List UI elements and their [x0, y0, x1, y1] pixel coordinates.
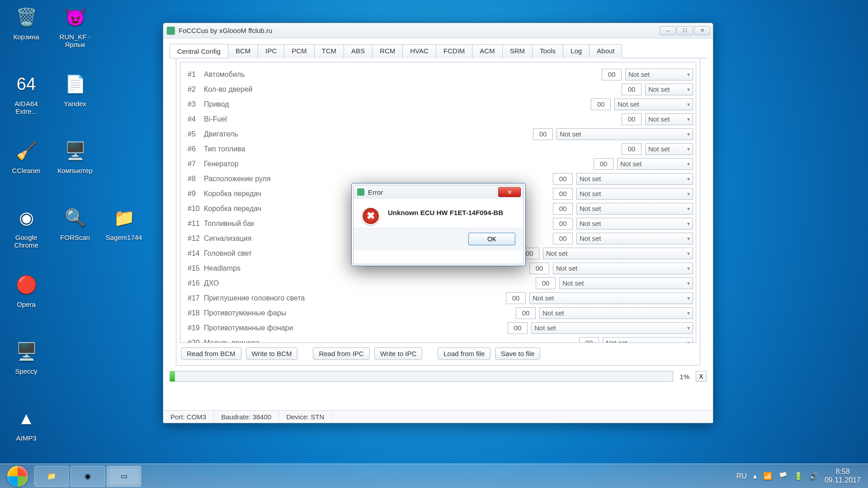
tab-fcdim[interactable]: FCDIM — [436, 44, 473, 58]
desktop-icon-корзина[interactable]: 🗑️Корзина — [4, 3, 49, 41]
row-name: Противотуманные фары — [204, 309, 516, 317]
write-to-ipc-button[interactable]: Write to IPC — [374, 347, 423, 360]
row-code-input[interactable] — [533, 128, 553, 140]
dialog-ok-button[interactable]: OK — [468, 233, 515, 245]
dialog-titlebar[interactable]: Error ✕ — [354, 185, 524, 199]
row-code-input[interactable] — [622, 143, 642, 155]
desktop-icon-ccleaner[interactable]: 🧹CCleaner — [4, 136, 49, 174]
config-row: #17Приглушение головного светаNot set — [183, 291, 693, 305]
desktop-icon-yandex[interactable]: 📄Yandex — [52, 70, 98, 108]
desktop-icon-glyph: 📁 — [109, 203, 138, 232]
config-row: #1АвтомобильNot set — [183, 67, 693, 82]
row-value-select[interactable]: Not set — [625, 69, 693, 80]
row-value-select[interactable]: Not set — [614, 99, 693, 110]
maximize-button[interactable]: ☐ — [677, 26, 693, 35]
progress-cancel-button[interactable]: X — [696, 371, 707, 382]
dialog-app-icon — [357, 188, 364, 196]
row-value-select[interactable]: Not set — [603, 337, 693, 343]
row-value-select[interactable]: Not set — [645, 113, 693, 125]
row-code-input[interactable] — [536, 277, 556, 289]
desktop-icon-glyph: 🖥️ — [12, 337, 41, 366]
tab-srm[interactable]: SRM — [502, 44, 533, 58]
tab-hvac[interactable]: HVAC — [402, 44, 436, 58]
row-value-select[interactable]: Not set — [531, 322, 693, 334]
row-value-select[interactable]: Not set — [559, 277, 693, 289]
close-button[interactable]: ✕ — [694, 26, 710, 35]
desktop-icon-aida64-extre-[interactable]: 64AIDA64 Extre... — [4, 70, 49, 116]
tray-language[interactable]: RU — [736, 472, 747, 480]
row-value-select[interactable]: Not set — [645, 84, 693, 95]
row-name: Привод — [204, 100, 591, 108]
tab-tools[interactable]: Tools — [532, 44, 563, 58]
write-to-bcm-button[interactable]: Write to BCM — [246, 347, 298, 360]
tray-volume-icon[interactable]: 🔊 — [809, 472, 818, 480]
desktop-icon-glyph: 🔍 — [61, 203, 90, 232]
desktop-icon-aimp3[interactable]: ▲AIMP3 — [4, 404, 49, 442]
row-value-select[interactable]: Not set — [645, 143, 693, 155]
row-code-input[interactable] — [591, 99, 611, 110]
row-value-select[interactable]: Not set — [576, 218, 693, 230]
progress-area: 1% X — [170, 371, 707, 382]
row-code-input[interactable] — [506, 292, 526, 304]
taskbar-focccus[interactable]: ▭ — [107, 466, 141, 487]
minimize-button[interactable]: ─ — [660, 26, 676, 35]
row-value-select[interactable]: Not set — [529, 292, 693, 304]
row-code-input[interactable] — [579, 337, 599, 343]
desktop-icon-speccy[interactable]: 🖥️Speccy — [4, 337, 49, 375]
row-value-select[interactable]: Not set — [553, 263, 693, 274]
tray-network-icon[interactable]: 📶 — [763, 472, 772, 480]
dialog-close-button[interactable]: ✕ — [498, 187, 521, 197]
tab-tcm[interactable]: TCM — [314, 44, 344, 58]
tray-show-hidden-icon[interactable]: ▴ — [753, 472, 757, 480]
row-code-input[interactable] — [622, 84, 642, 95]
row-code-input[interactable] — [553, 173, 573, 185]
start-button[interactable] — [3, 466, 33, 487]
tray-battery-icon[interactable]: 🔋 — [794, 472, 803, 480]
taskbar-chrome[interactable]: ◉ — [71, 466, 105, 487]
row-code-input[interactable] — [622, 113, 642, 125]
desktop-icon-sagem1744[interactable]: 📁Sagem1744 — [101, 203, 146, 241]
row-value-select[interactable]: Not set — [576, 188, 693, 200]
titlebar[interactable]: FoCCCus by xGloooM ffclub.ru ─ ☐ ✕ — [163, 23, 713, 38]
tray-action-center-icon[interactable]: 🏳️ — [778, 472, 788, 480]
status-port: Port: COM3 — [163, 411, 214, 423]
row-value-select[interactable]: Not set — [576, 233, 693, 244]
tab-bcm[interactable]: BCM — [228, 44, 258, 58]
row-value-select[interactable]: Not set — [576, 203, 693, 215]
row-value-select[interactable]: Not set — [557, 128, 693, 140]
row-value-select[interactable]: Not set — [617, 158, 693, 170]
desktop-icon-opera[interactable]: 🔴Opera — [4, 270, 49, 308]
load-from-file-button[interactable]: Load from file — [438, 347, 491, 360]
desktop-icon-компьютер[interactable]: 🖥️Компьютер — [52, 136, 98, 174]
tab-rcm[interactable]: RCM — [372, 44, 403, 58]
desktop-icon-forscan[interactable]: 🔍FORScan — [52, 203, 98, 241]
row-code-input[interactable] — [553, 203, 573, 215]
tab-about[interactable]: About — [589, 44, 622, 58]
row-code-input[interactable] — [508, 322, 528, 334]
row-code-input[interactable] — [553, 233, 573, 244]
row-code-input[interactable] — [553, 218, 573, 230]
read-from-ipc-button[interactable]: Read from IPC — [313, 347, 369, 360]
row-code-input[interactable] — [602, 69, 622, 80]
desktop-icon-google-chrome[interactable]: ◉Google Chrome — [4, 203, 49, 249]
row-name: ДХО — [204, 279, 536, 287]
row-code-input[interactable] — [529, 263, 549, 274]
row-value-select[interactable]: Not set — [576, 173, 693, 185]
row-code-input[interactable] — [553, 188, 573, 200]
desktop-icon-label: Компьютер — [52, 167, 98, 174]
tab-ipc[interactable]: IPC — [258, 44, 284, 58]
tab-pcm[interactable]: PCM — [284, 44, 314, 58]
taskbar-explorer[interactable]: 📁 — [34, 466, 69, 487]
save-to-file-button[interactable]: Save to file — [495, 347, 540, 360]
desktop-icon-run-kf-ярлык[interactable]: 😈RUN_KF - Ярлык — [52, 3, 98, 49]
row-code-input[interactable] — [594, 158, 613, 170]
tab-acm[interactable]: ACM — [472, 44, 502, 58]
tab-central-config[interactable]: Central Config — [170, 44, 228, 58]
read-from-bcm-button[interactable]: Read from BCM — [181, 347, 241, 360]
row-value-select[interactable]: Not set — [543, 248, 693, 259]
tab-log[interactable]: Log — [563, 44, 590, 58]
tab-abs[interactable]: ABS — [344, 44, 373, 58]
row-value-select[interactable]: Not set — [539, 307, 693, 319]
tray-clock[interactable]: 8:58 09.11.2017 — [825, 468, 861, 484]
row-code-input[interactable] — [516, 307, 536, 319]
